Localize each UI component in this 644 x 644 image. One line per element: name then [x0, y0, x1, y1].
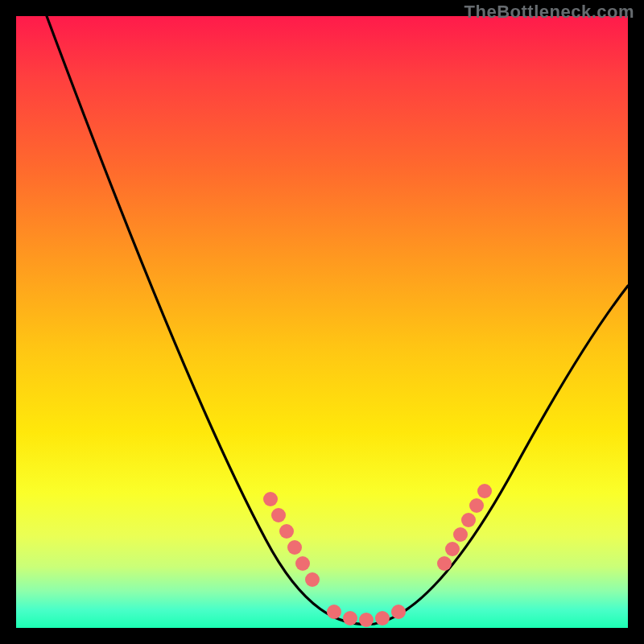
svg-point-15 [469, 498, 484, 513]
svg-point-16 [477, 484, 492, 498]
marker-dots-left [263, 492, 320, 587]
marker-dots-bottom [327, 605, 406, 627]
watermark-text: TheBottleneck.com [464, 2, 634, 23]
chart-frame: TheBottleneck.com [0, 0, 644, 644]
svg-point-11 [437, 556, 452, 571]
bottleneck-curve [47, 16, 628, 625]
svg-point-12 [445, 542, 460, 556]
svg-point-2 [279, 524, 294, 539]
svg-point-0 [263, 492, 278, 506]
svg-point-4 [295, 556, 310, 571]
svg-point-7 [343, 611, 357, 625]
svg-point-6 [327, 605, 341, 619]
marker-dots-right [437, 484, 492, 571]
svg-point-8 [359, 613, 374, 627]
chart-svg [16, 16, 628, 628]
plot-area [16, 16, 628, 628]
svg-point-1 [271, 508, 286, 522]
svg-point-3 [287, 540, 302, 555]
svg-point-9 [375, 611, 390, 625]
svg-point-10 [391, 605, 406, 619]
svg-point-5 [305, 572, 320, 587]
svg-point-13 [453, 527, 468, 542]
svg-point-14 [461, 513, 476, 527]
